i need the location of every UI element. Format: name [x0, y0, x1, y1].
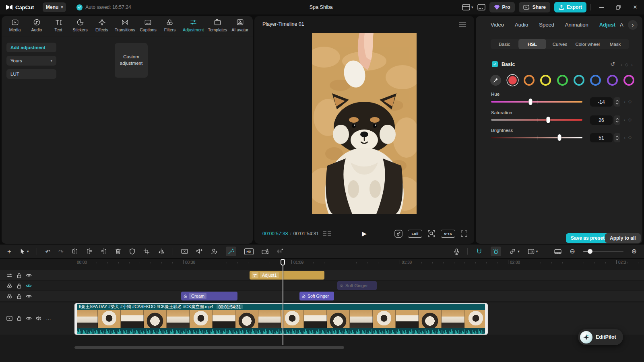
preview-quality-icon[interactable]	[323, 230, 332, 237]
ai-character-icon[interactable]	[211, 248, 218, 255]
save-as-preset-button[interactable]: Save as preset	[566, 233, 609, 243]
minimize-button[interactable]	[595, 0, 608, 14]
link-clips-button[interactable]: ▾	[509, 249, 520, 254]
horizontal-scrollbar[interactable]	[74, 346, 344, 349]
tab-audio[interactable]: Audio	[515, 22, 528, 28]
maximize-button[interactable]	[612, 0, 625, 14]
tab-effects[interactable]: Effects	[91, 19, 113, 32]
magnet-snap-icon[interactable]	[476, 248, 483, 255]
brightness-slider[interactable]	[491, 137, 582, 138]
more-options-icon[interactable]: …	[46, 316, 51, 321]
hue-stepper[interactable]	[614, 97, 620, 107]
eye-icon[interactable]	[26, 273, 32, 278]
share-button[interactable]: Share	[519, 2, 550, 12]
eye-icon[interactable]	[26, 284, 32, 288]
lut-button[interactable]: LUT	[6, 69, 56, 79]
camera-track-icon[interactable]	[262, 249, 269, 255]
lock-icon[interactable]	[17, 294, 22, 299]
delete-left-icon[interactable]	[86, 248, 93, 255]
tab-overflow[interactable]: A	[620, 22, 625, 28]
yours-dropdown[interactable]: Yours ▾	[6, 56, 56, 66]
hd-toggle-button[interactable]: HD	[244, 248, 254, 255]
delete-icon[interactable]	[115, 248, 121, 255]
keyframe-add-icon[interactable]: ◇	[628, 135, 632, 140]
lock-icon[interactable]	[17, 315, 22, 321]
keyframe-add-icon[interactable]: ◇	[625, 62, 628, 67]
brightness-value[interactable]: 51	[590, 133, 613, 142]
hue-value[interactable]: -14	[590, 97, 613, 107]
crop-icon[interactable]	[143, 248, 150, 255]
lock-icon[interactable]	[17, 273, 22, 278]
subtab-hsl[interactable]: HSL	[518, 39, 546, 49]
add-adjustment-button[interactable]: Add adjustment	[6, 43, 56, 52]
play-button[interactable]: ▶	[362, 230, 367, 237]
swatch-magenta[interactable]	[623, 75, 634, 86]
delete-right-icon[interactable]	[101, 248, 107, 255]
keyframe-prev-icon[interactable]: ‹	[621, 62, 622, 67]
soft-ginger-ghost-clip[interactable]: Soft Ginger	[337, 281, 377, 290]
export-button[interactable]: Export	[554, 2, 586, 12]
keyframe-add-icon[interactable]: ◇	[628, 117, 632, 122]
editpilot-button[interactable]: EditPilot	[578, 329, 623, 345]
tab-text[interactable]: Text	[47, 19, 69, 32]
swatch-green[interactable]	[557, 75, 568, 86]
reset-icon[interactable]: ↺	[610, 61, 615, 67]
soft-ginger-filter-clip[interactable]: Soft Ginger	[299, 292, 334, 300]
subtab-mask[interactable]: Mask	[601, 39, 629, 49]
tab-filters[interactable]: Filters	[159, 19, 181, 32]
eye-icon[interactable]	[26, 294, 32, 298]
keyframe-prev-icon[interactable]: ‹	[624, 99, 625, 104]
video-preview[interactable]	[312, 33, 417, 214]
saturation-stepper[interactable]	[614, 115, 620, 125]
cream-filter-clip[interactable]: Cream	[181, 292, 237, 300]
saturation-value[interactable]: 26	[590, 115, 613, 125]
close-button[interactable]: ×	[629, 0, 642, 14]
layout-toggle-button[interactable]: ▾	[462, 4, 473, 10]
redo-button[interactable]: ↷	[58, 249, 64, 255]
tiktok-preview-icon[interactable]	[394, 230, 402, 238]
keyframe-next-icon[interactable]: ›	[631, 62, 633, 67]
mask-icon[interactable]	[129, 248, 135, 255]
custom-adjustment-card[interactable]: Custom adjustment	[115, 43, 148, 78]
eye-icon[interactable]	[26, 316, 32, 321]
keyframe-prev-icon[interactable]: ‹	[624, 117, 625, 122]
saturation-slider-thumb[interactable]	[546, 117, 550, 123]
menu-button[interactable]: Menu ▾	[43, 2, 66, 12]
linkage-toggle-button[interactable]	[491, 247, 501, 256]
player-menu-icon[interactable]	[459, 22, 466, 27]
swatch-teal[interactable]	[574, 75, 584, 86]
aspect-ratio-button[interactable]: 9:16	[441, 230, 455, 238]
fullscreen-icon[interactable]	[460, 230, 468, 237]
extract-audio-icon[interactable]	[196, 248, 203, 255]
playhead-handle[interactable]	[281, 259, 285, 265]
keyframe-prev-icon[interactable]: ‹	[624, 135, 625, 140]
timeline-zoom-slider[interactable]	[583, 251, 623, 252]
tab-stickers[interactable]: Stickers	[69, 19, 91, 32]
tab-ai-avatar[interactable]: AI avatar	[229, 19, 251, 32]
swatch-purple[interactable]	[607, 75, 618, 86]
timeline-zoom-in-icon[interactable]: ⊕	[632, 248, 637, 255]
select-tool-button[interactable]: ▾	[19, 248, 29, 255]
swatch-blue[interactable]	[590, 75, 601, 86]
brightness-stepper[interactable]	[614, 133, 620, 142]
audio-waveform-icon[interactable]	[277, 248, 283, 255]
basic-checkbox[interactable]	[492, 61, 498, 67]
hue-slider[interactable]	[491, 101, 582, 103]
track-view-button[interactable]: ▾	[528, 249, 538, 255]
lock-icon[interactable]	[17, 283, 22, 289]
subtab-curves[interactable]: Curves	[546, 39, 574, 49]
tab-templates[interactable]: Templates	[206, 19, 229, 32]
split-icon[interactable]	[72, 248, 78, 255]
speaker-icon[interactable]	[36, 316, 42, 321]
saturation-slider[interactable]	[491, 119, 582, 121]
tabs-scroll-right-button[interactable]: ›	[628, 20, 638, 30]
swatch-red[interactable]	[507, 75, 518, 86]
clip-trim-handle-right[interactable]	[485, 304, 487, 334]
eyedropper-button[interactable]	[490, 75, 501, 86]
subtab-basic[interactable]: Basic	[491, 39, 518, 49]
hue-slider-thumb[interactable]	[528, 99, 532, 105]
preview-zoom-icon[interactable]	[427, 230, 436, 238]
timeline-zoom-out-icon[interactable]: ⊖	[570, 248, 575, 255]
mirror-icon[interactable]	[158, 248, 165, 255]
tab-speed[interactable]: Speed	[539, 22, 554, 28]
